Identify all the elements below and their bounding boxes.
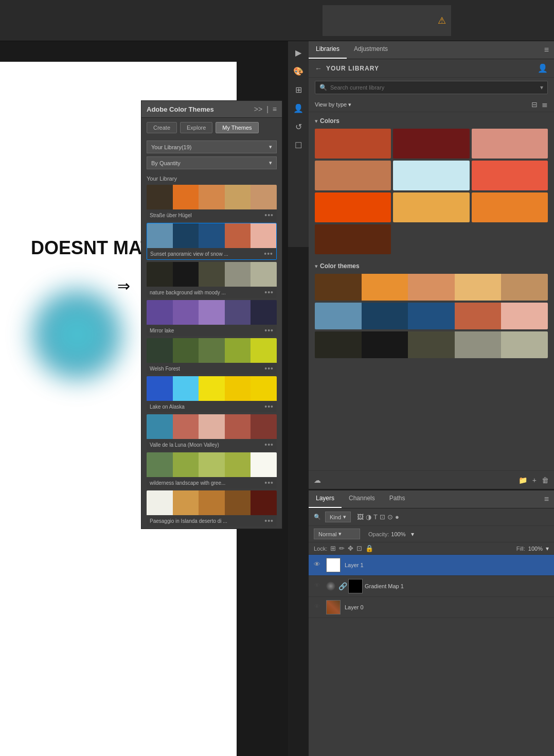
theme-swatches-2 xyxy=(147,223,276,248)
menu-icon[interactable]: ≡ xyxy=(273,105,277,113)
eye-icon-gradient[interactable]: 👁 xyxy=(314,582,323,591)
theme-item-5[interactable]: Welsh Forest ••• xyxy=(147,338,277,374)
color-cell[interactable] xyxy=(315,129,391,159)
color-cell[interactable] xyxy=(472,192,548,222)
tab-adjustments[interactable]: Adjustments xyxy=(347,41,395,59)
search-dropdown-icon[interactable]: ▾ xyxy=(540,84,543,91)
theme-item-4[interactable]: Mirror lake ••• xyxy=(147,300,277,336)
user-search-icon[interactable]: 👤 xyxy=(538,63,548,73)
color-theme-row-2[interactable] xyxy=(315,303,548,329)
color-theme-row-1[interactable] xyxy=(315,274,548,301)
swatch xyxy=(147,490,173,515)
cloud-icon[interactable]: ☁ xyxy=(314,476,321,484)
color-cell[interactable] xyxy=(315,224,391,254)
swatch xyxy=(251,490,277,515)
expand-icon[interactable]: >> xyxy=(254,105,262,113)
tab-channels[interactable]: Channels xyxy=(342,490,382,508)
toolbar-icon-person[interactable]: 👤 xyxy=(290,100,307,116)
theme-dots-1[interactable]: ••• xyxy=(264,211,274,219)
theme-item-7[interactable]: Valle de la Luna (Moon Valley) ••• xyxy=(147,414,277,450)
color-cell[interactable] xyxy=(393,192,469,222)
color-cell[interactable] xyxy=(315,192,391,222)
lock-transparent-icon[interactable]: ⊞ xyxy=(330,544,336,552)
toolbar-icon-square[interactable]: ☐ xyxy=(290,137,307,153)
chevron-down-view: ▾ xyxy=(348,101,351,108)
color-cell[interactable] xyxy=(472,129,548,159)
tab-create[interactable]: Create xyxy=(147,122,177,133)
theme-footer-1: Straße über Hügel ••• xyxy=(147,209,277,221)
theme-dots-3[interactable]: ••• xyxy=(264,288,274,296)
layer-row-layer0[interactable]: 👁 Layer 0 xyxy=(309,597,554,618)
theme-item-1[interactable]: Straße über Hügel ••• xyxy=(147,185,277,221)
theme-footer-7: Valle de la Luna (Moon Valley) ••• xyxy=(147,439,277,450)
lib-tab-menu-icon[interactable]: ≡ xyxy=(539,41,554,59)
tab-layers[interactable]: Layers xyxy=(309,490,342,508)
color-theme-row-3[interactable] xyxy=(315,331,548,358)
opacity-value[interactable]: 100% xyxy=(391,531,409,537)
kind-dropdown[interactable]: Kind ▾ xyxy=(325,512,351,522)
theme-dots-5[interactable]: ••• xyxy=(264,364,274,373)
panel-header: Adobe Color Themes >> | ≡ xyxy=(141,101,282,118)
toolbar-icon-palette[interactable]: 🎨 xyxy=(290,63,307,79)
theme-dots-2[interactable]: ••• xyxy=(264,250,273,258)
smart-object-icon[interactable]: ⊙ xyxy=(387,513,393,521)
theme-swatch xyxy=(315,274,362,301)
theme-swatch xyxy=(501,274,548,301)
theme-item-9[interactable]: Paesaggio in Islanda deserto di ... ••• xyxy=(147,490,277,526)
color-cell[interactable] xyxy=(315,161,391,190)
view-sort-icon[interactable]: ⊟ xyxy=(531,100,538,109)
theme-dots-9[interactable]: ••• xyxy=(264,517,274,525)
toolbar-icon-1[interactable]: ▶ xyxy=(290,44,307,61)
theme-dots-6[interactable]: ••• xyxy=(264,402,274,411)
frame-icon[interactable]: ⊡ xyxy=(380,513,385,521)
swatch xyxy=(199,262,225,287)
layers-tab-menu-icon[interactable]: ≡ xyxy=(539,490,554,508)
lock-all-icon[interactable]: 🔒 xyxy=(365,544,373,552)
tab-my-themes[interactable]: My Themes xyxy=(216,122,258,133)
circle-icon[interactable]: ◑ xyxy=(366,513,371,521)
lock-artboard-icon[interactable]: ⊡ xyxy=(356,544,362,552)
layer-row-layer1[interactable]: 👁 Layer 1 xyxy=(309,555,554,576)
theme-item-6[interactable]: Lake on Alaska ••• xyxy=(147,376,277,412)
theme-dots-4[interactable]: ••• xyxy=(264,326,274,335)
color-cell[interactable] xyxy=(393,129,469,159)
eye-icon-layer0[interactable]: 👁 xyxy=(314,603,323,612)
search-input[interactable] xyxy=(330,84,433,91)
swatch xyxy=(173,300,199,325)
lock-move-icon[interactable]: ✥ xyxy=(348,544,353,552)
folder-icon[interactable]: 📁 xyxy=(519,476,527,484)
lib-search[interactable]: 🔍 ▾ xyxy=(315,81,548,94)
color-cell[interactable] xyxy=(393,161,469,190)
color-cell[interactable] xyxy=(472,161,548,190)
colors-section-arrow[interactable]: ▾ xyxy=(315,118,318,125)
tab-explore[interactable]: Explore xyxy=(180,122,212,133)
fill-value[interactable]: 100% xyxy=(528,546,543,552)
theme-dots-8[interactable]: ••• xyxy=(264,479,274,487)
swatch xyxy=(251,185,277,209)
tab-paths[interactable]: Paths xyxy=(382,490,413,508)
theme-dots-7[interactable]: ••• xyxy=(264,441,274,449)
dot-icon[interactable]: ● xyxy=(395,513,399,521)
toolbar-icon-sync[interactable]: ↺ xyxy=(290,118,307,135)
trash-icon[interactable]: 🗑 xyxy=(542,476,549,484)
toolbar-icon-grid[interactable]: ⊞ xyxy=(290,81,307,98)
panel-header-icons: >> | ≡ xyxy=(254,105,277,113)
sort-dropdown[interactable]: By Quantity ▾ xyxy=(147,156,277,169)
lock-paint-icon[interactable]: ✏ xyxy=(339,544,345,552)
image-icon[interactable]: 🖼 xyxy=(357,513,364,521)
blend-mode-dropdown[interactable]: Normal ▾ xyxy=(314,529,360,539)
text-icon[interactable]: T xyxy=(373,513,378,521)
back-icon[interactable]: ← xyxy=(315,64,322,73)
view-by-type-label[interactable]: View by type ▾ xyxy=(315,101,351,108)
theme-item-2[interactable]: Sunset panoramic view of snow ... ••• xyxy=(147,223,277,260)
color-themes-section-arrow[interactable]: ▾ xyxy=(315,263,318,270)
layer-row-gradient[interactable]: 👁 🔗 Gradient Map 1 xyxy=(309,576,554,597)
view-grid-icon[interactable]: ≣ xyxy=(542,100,548,109)
library-dropdown[interactable]: Your Library(19) ▾ xyxy=(147,140,277,153)
theme-item-8[interactable]: wilderness landscape with gree... ••• xyxy=(147,452,277,488)
tab-bar: Create Explore My Themes xyxy=(141,118,282,137)
tab-libraries[interactable]: Libraries xyxy=(309,41,347,59)
theme-item-3[interactable]: nature background with moody ... ••• xyxy=(147,262,277,298)
eye-icon-layer1[interactable]: 👁 xyxy=(314,560,323,570)
add-icon[interactable]: + xyxy=(532,476,537,484)
